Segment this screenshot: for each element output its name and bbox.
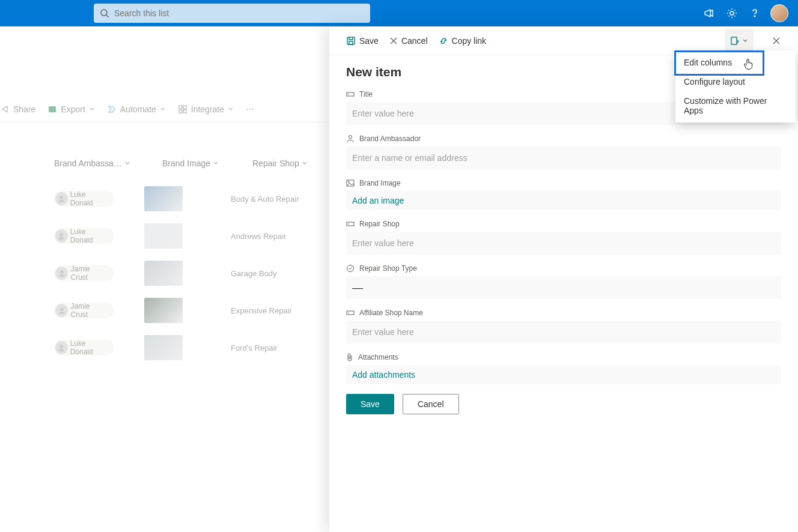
ambassador-name: Luke Donald	[70, 190, 108, 207]
cancel-button[interactable]: Cancel	[403, 394, 459, 414]
export-command[interactable]: Export	[47, 104, 94, 114]
repair-shop-value: Expensive Repair	[231, 306, 292, 315]
col-brand-image[interactable]: Brand Image	[162, 159, 228, 168]
menu-configure-layout[interactable]: Configure layout	[675, 72, 796, 91]
ambassador-pill: Luke Donald	[54, 228, 114, 244]
attachments-field-label: Attachments	[346, 353, 781, 361]
text-field-icon	[346, 91, 355, 98]
svg-rect-17	[347, 92, 354, 96]
ambassador-pill: Jamie Crust	[54, 303, 114, 318]
user-avatar[interactable]	[770, 4, 788, 22]
chevron-down-icon	[89, 106, 95, 112]
save-icon	[346, 36, 356, 46]
pane-copy-link-button[interactable]: Copy link	[439, 36, 487, 46]
brand-image-thumb	[144, 298, 183, 323]
repair-shop-value: Garage Body	[231, 269, 277, 278]
brand-image-thumb	[144, 261, 183, 286]
form-icon	[730, 36, 740, 46]
col-repair-shop[interactable]: Repair Shop	[252, 159, 308, 168]
avatar-icon	[55, 304, 68, 317]
repair-shop-value: Ford's Repair	[231, 343, 278, 352]
svg-rect-7	[179, 110, 182, 113]
svg-rect-14	[347, 37, 355, 44]
repair-type-select[interactable]: —	[346, 276, 781, 299]
chevron-down-icon	[742, 38, 748, 44]
svg-point-9	[59, 196, 63, 199]
share-command[interactable]: Share	[0, 104, 35, 114]
choice-icon	[346, 264, 355, 273]
customize-menu: Edit columns Configure layout Customize …	[675, 50, 796, 122]
brand-image-thumb	[144, 223, 183, 249]
chevron-down-icon	[302, 160, 308, 166]
ambassador-field-label: Brand Ambassador	[346, 135, 781, 143]
svg-point-3	[754, 16, 755, 17]
customize-form-button[interactable]	[725, 29, 754, 53]
svg-point-18	[349, 136, 352, 139]
avatar-icon	[55, 267, 68, 280]
ambassador-name: Jamie Crust	[70, 302, 108, 319]
brand-image-field-label: Brand Image	[346, 179, 781, 187]
ambassador-pill: Luke Donald	[54, 191, 114, 207]
automate-command[interactable]: Automate	[107, 104, 166, 114]
image-icon	[346, 180, 355, 187]
chevron-down-icon	[160, 106, 166, 112]
integrate-label: Integrate	[191, 104, 224, 114]
search-icon	[100, 8, 109, 18]
svg-point-13	[59, 345, 63, 348]
new-item-pane: Save Cancel Copy link Edit columns Confi…	[329, 26, 798, 532]
svg-rect-6	[183, 106, 186, 109]
megaphone-icon[interactable]	[703, 7, 715, 19]
svg-point-20	[349, 181, 350, 183]
brand-image-thumb	[144, 335, 183, 360]
repair-shop-value: Body & Auto Repair	[231, 195, 299, 204]
save-button[interactable]: Save	[346, 394, 394, 414]
automate-label: Automate	[120, 104, 156, 114]
export-label: Export	[61, 104, 85, 114]
svg-point-11	[60, 270, 64, 274]
more-command[interactable]: ⋯	[246, 104, 254, 114]
text-field-icon	[346, 309, 355, 316]
integrate-command[interactable]: Integrate	[178, 104, 234, 114]
avatar-icon	[55, 192, 68, 205]
repair-shop-value: Andrews Repair	[231, 232, 287, 241]
pane-cancel-button[interactable]: Cancel	[389, 36, 428, 46]
svg-rect-23	[347, 311, 354, 315]
ambassador-input[interactable]: Enter a name or email address	[346, 147, 781, 169]
avatar-icon	[55, 341, 68, 354]
ambassador-name: Jamie Crust	[70, 265, 108, 282]
add-attachments-link[interactable]: Add attachments	[346, 365, 781, 384]
chevron-down-icon	[228, 106, 234, 112]
repair-shop-field-label: Repair Shop	[346, 220, 781, 228]
svg-point-22	[347, 265, 354, 272]
gear-icon[interactable]	[726, 7, 738, 19]
col-brand-ambassador[interactable]: Brand Ambassa…	[54, 159, 138, 168]
add-image-link[interactable]: Add an image	[346, 191, 781, 210]
link-icon	[439, 36, 448, 46]
menu-edit-columns[interactable]: Edit columns	[675, 53, 796, 72]
ambassador-pill: Luke Donald	[54, 340, 114, 355]
chevron-down-icon	[124, 160, 130, 166]
search-box[interactable]	[94, 4, 370, 23]
pane-save-button[interactable]: Save	[346, 36, 379, 46]
app-header	[0, 0, 798, 26]
search-input[interactable]	[114, 8, 364, 18]
share-label: Share	[13, 104, 35, 114]
close-icon	[389, 37, 398, 45]
svg-rect-21	[347, 222, 354, 226]
text-field-icon	[346, 220, 355, 228]
svg-point-0	[101, 10, 107, 16]
repair-type-field-label: Repair Shop Type	[346, 264, 781, 273]
svg-rect-5	[179, 106, 182, 109]
menu-customize-power-apps[interactable]: Customize with Power Apps	[675, 91, 796, 120]
ambassador-name: Luke Donald	[70, 339, 108, 356]
svg-rect-4	[49, 106, 56, 112]
help-icon[interactable]	[749, 7, 761, 19]
repair-shop-input[interactable]: Enter value here	[346, 232, 781, 255]
close-icon	[772, 37, 781, 45]
svg-rect-8	[183, 110, 186, 113]
chevron-down-icon	[213, 160, 219, 166]
svg-point-12	[60, 307, 64, 311]
pane-close-button[interactable]	[764, 29, 788, 53]
svg-rect-15	[349, 41, 353, 44]
affiliate-input[interactable]: Enter value here	[346, 321, 781, 343]
